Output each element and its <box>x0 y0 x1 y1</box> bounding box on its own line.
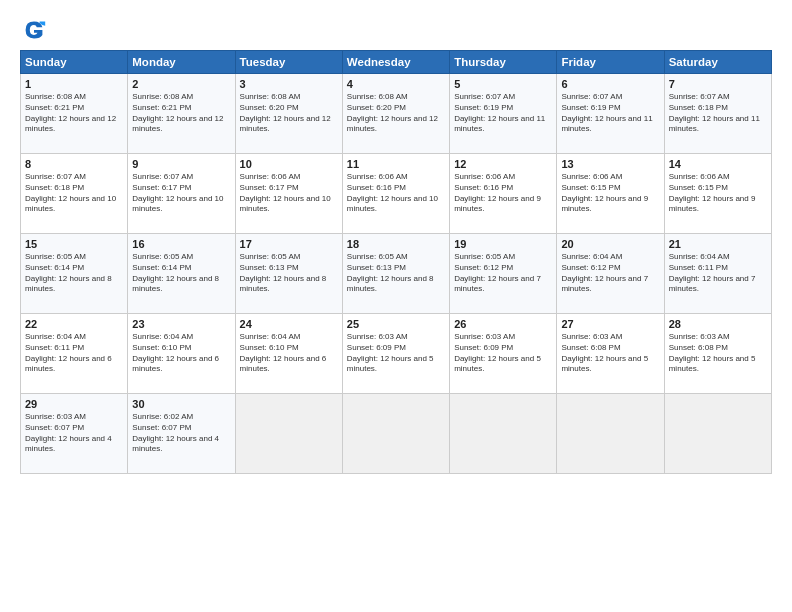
calendar-cell: 4 Sunrise: 6:08 AM Sunset: 6:20 PM Dayli… <box>342 74 449 154</box>
day-number: 19 <box>454 238 552 250</box>
day-number: 21 <box>669 238 767 250</box>
day-number: 27 <box>561 318 659 330</box>
calendar-week-2: 8 Sunrise: 6:07 AM Sunset: 6:18 PM Dayli… <box>21 154 772 234</box>
cell-details: Sunrise: 6:05 AM Sunset: 6:14 PM Dayligh… <box>25 252 123 295</box>
calendar-cell: 17 Sunrise: 6:05 AM Sunset: 6:13 PM Dayl… <box>235 234 342 314</box>
calendar-cell <box>342 394 449 474</box>
day-number: 23 <box>132 318 230 330</box>
cell-details: Sunrise: 6:03 AM Sunset: 6:09 PM Dayligh… <box>454 332 552 375</box>
calendar-cell: 25 Sunrise: 6:03 AM Sunset: 6:09 PM Dayl… <box>342 314 449 394</box>
cell-details: Sunrise: 6:06 AM Sunset: 6:16 PM Dayligh… <box>454 172 552 215</box>
calendar-cell <box>557 394 664 474</box>
cell-details: Sunrise: 6:06 AM Sunset: 6:15 PM Dayligh… <box>561 172 659 215</box>
day-number: 13 <box>561 158 659 170</box>
day-number: 28 <box>669 318 767 330</box>
day-number: 3 <box>240 78 338 90</box>
page-container: SundayMondayTuesdayWednesdayThursdayFrid… <box>0 0 792 484</box>
cell-details: Sunrise: 6:05 AM Sunset: 6:13 PM Dayligh… <box>347 252 445 295</box>
calendar-week-5: 29 Sunrise: 6:03 AM Sunset: 6:07 PM Dayl… <box>21 394 772 474</box>
day-number: 4 <box>347 78 445 90</box>
calendar-cell: 18 Sunrise: 6:05 AM Sunset: 6:13 PM Dayl… <box>342 234 449 314</box>
cell-details: Sunrise: 6:03 AM Sunset: 6:08 PM Dayligh… <box>669 332 767 375</box>
calendar-cell: 12 Sunrise: 6:06 AM Sunset: 6:16 PM Dayl… <box>450 154 557 234</box>
calendar-cell: 10 Sunrise: 6:06 AM Sunset: 6:17 PM Dayl… <box>235 154 342 234</box>
day-header-monday: Monday <box>128 51 235 74</box>
day-header-thursday: Thursday <box>450 51 557 74</box>
day-number: 8 <box>25 158 123 170</box>
calendar-cell: 1 Sunrise: 6:08 AM Sunset: 6:21 PM Dayli… <box>21 74 128 154</box>
day-header-tuesday: Tuesday <box>235 51 342 74</box>
cell-details: Sunrise: 6:06 AM Sunset: 6:15 PM Dayligh… <box>669 172 767 215</box>
logo <box>20 16 52 44</box>
calendar-cell: 23 Sunrise: 6:04 AM Sunset: 6:10 PM Dayl… <box>128 314 235 394</box>
calendar-cell: 2 Sunrise: 6:08 AM Sunset: 6:21 PM Dayli… <box>128 74 235 154</box>
calendar-cell <box>664 394 771 474</box>
day-header-sunday: Sunday <box>21 51 128 74</box>
cell-details: Sunrise: 6:08 AM Sunset: 6:21 PM Dayligh… <box>132 92 230 135</box>
cell-details: Sunrise: 6:06 AM Sunset: 6:16 PM Dayligh… <box>347 172 445 215</box>
day-number: 20 <box>561 238 659 250</box>
cell-details: Sunrise: 6:07 AM Sunset: 6:18 PM Dayligh… <box>25 172 123 215</box>
calendar-cell: 21 Sunrise: 6:04 AM Sunset: 6:11 PM Dayl… <box>664 234 771 314</box>
header-row <box>20 16 772 44</box>
day-number: 15 <box>25 238 123 250</box>
cell-details: Sunrise: 6:03 AM Sunset: 6:08 PM Dayligh… <box>561 332 659 375</box>
calendar-table: SundayMondayTuesdayWednesdayThursdayFrid… <box>20 50 772 474</box>
cell-details: Sunrise: 6:08 AM Sunset: 6:20 PM Dayligh… <box>347 92 445 135</box>
calendar-cell: 19 Sunrise: 6:05 AM Sunset: 6:12 PM Dayl… <box>450 234 557 314</box>
calendar-cell: 20 Sunrise: 6:04 AM Sunset: 6:12 PM Dayl… <box>557 234 664 314</box>
day-number: 24 <box>240 318 338 330</box>
cell-details: Sunrise: 6:03 AM Sunset: 6:09 PM Dayligh… <box>347 332 445 375</box>
calendar-cell <box>235 394 342 474</box>
day-number: 6 <box>561 78 659 90</box>
cell-details: Sunrise: 6:04 AM Sunset: 6:10 PM Dayligh… <box>240 332 338 375</box>
day-number: 25 <box>347 318 445 330</box>
cell-details: Sunrise: 6:03 AM Sunset: 6:07 PM Dayligh… <box>25 412 123 455</box>
calendar-cell: 5 Sunrise: 6:07 AM Sunset: 6:19 PM Dayli… <box>450 74 557 154</box>
cell-details: Sunrise: 6:05 AM Sunset: 6:12 PM Dayligh… <box>454 252 552 295</box>
calendar-cell: 6 Sunrise: 6:07 AM Sunset: 6:19 PM Dayli… <box>557 74 664 154</box>
day-number: 29 <box>25 398 123 410</box>
calendar-cell: 9 Sunrise: 6:07 AM Sunset: 6:17 PM Dayli… <box>128 154 235 234</box>
day-number: 14 <box>669 158 767 170</box>
calendar-cell: 7 Sunrise: 6:07 AM Sunset: 6:18 PM Dayli… <box>664 74 771 154</box>
cell-details: Sunrise: 6:07 AM Sunset: 6:19 PM Dayligh… <box>454 92 552 135</box>
calendar-cell: 15 Sunrise: 6:05 AM Sunset: 6:14 PM Dayl… <box>21 234 128 314</box>
day-number: 18 <box>347 238 445 250</box>
cell-details: Sunrise: 6:02 AM Sunset: 6:07 PM Dayligh… <box>132 412 230 455</box>
day-number: 1 <box>25 78 123 90</box>
day-number: 5 <box>454 78 552 90</box>
calendar-cell: 13 Sunrise: 6:06 AM Sunset: 6:15 PM Dayl… <box>557 154 664 234</box>
day-number: 17 <box>240 238 338 250</box>
day-number: 10 <box>240 158 338 170</box>
calendar-cell: 11 Sunrise: 6:06 AM Sunset: 6:16 PM Dayl… <box>342 154 449 234</box>
day-header-saturday: Saturday <box>664 51 771 74</box>
cell-details: Sunrise: 6:05 AM Sunset: 6:14 PM Dayligh… <box>132 252 230 295</box>
day-number: 9 <box>132 158 230 170</box>
day-number: 11 <box>347 158 445 170</box>
cell-details: Sunrise: 6:08 AM Sunset: 6:20 PM Dayligh… <box>240 92 338 135</box>
logo-icon <box>20 16 48 44</box>
calendar-cell: 8 Sunrise: 6:07 AM Sunset: 6:18 PM Dayli… <box>21 154 128 234</box>
day-number: 16 <box>132 238 230 250</box>
cell-details: Sunrise: 6:07 AM Sunset: 6:18 PM Dayligh… <box>669 92 767 135</box>
cell-details: Sunrise: 6:04 AM Sunset: 6:11 PM Dayligh… <box>669 252 767 295</box>
cell-details: Sunrise: 6:04 AM Sunset: 6:10 PM Dayligh… <box>132 332 230 375</box>
calendar-cell: 28 Sunrise: 6:03 AM Sunset: 6:08 PM Dayl… <box>664 314 771 394</box>
calendar-cell: 29 Sunrise: 6:03 AM Sunset: 6:07 PM Dayl… <box>21 394 128 474</box>
calendar-cell: 14 Sunrise: 6:06 AM Sunset: 6:15 PM Dayl… <box>664 154 771 234</box>
day-header-wednesday: Wednesday <box>342 51 449 74</box>
day-number: 22 <box>25 318 123 330</box>
day-number: 26 <box>454 318 552 330</box>
calendar-week-3: 15 Sunrise: 6:05 AM Sunset: 6:14 PM Dayl… <box>21 234 772 314</box>
calendar-cell: 3 Sunrise: 6:08 AM Sunset: 6:20 PM Dayli… <box>235 74 342 154</box>
day-number: 2 <box>132 78 230 90</box>
cell-details: Sunrise: 6:06 AM Sunset: 6:17 PM Dayligh… <box>240 172 338 215</box>
cell-details: Sunrise: 6:07 AM Sunset: 6:17 PM Dayligh… <box>132 172 230 215</box>
day-number: 30 <box>132 398 230 410</box>
day-header-friday: Friday <box>557 51 664 74</box>
calendar-cell: 26 Sunrise: 6:03 AM Sunset: 6:09 PM Dayl… <box>450 314 557 394</box>
cell-details: Sunrise: 6:04 AM Sunset: 6:11 PM Dayligh… <box>25 332 123 375</box>
calendar-cell: 16 Sunrise: 6:05 AM Sunset: 6:14 PM Dayl… <box>128 234 235 314</box>
calendar-cell <box>450 394 557 474</box>
